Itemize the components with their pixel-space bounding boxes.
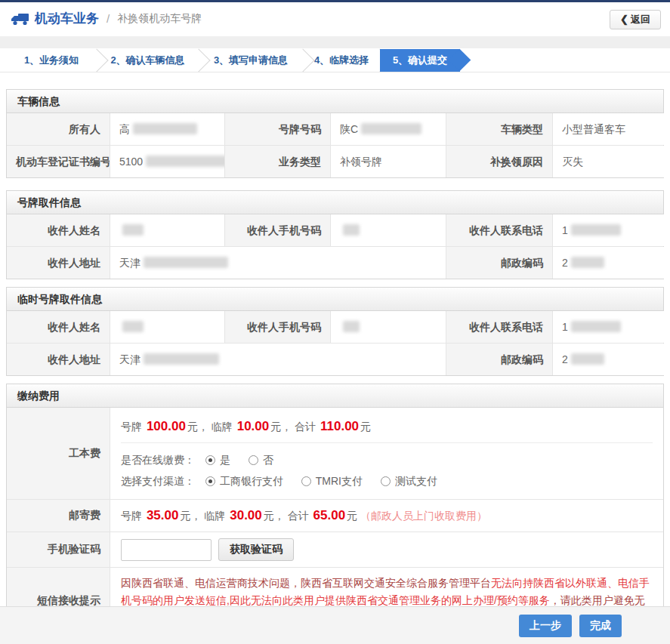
plate-pickup-title: 号牌取件信息 [7, 191, 663, 214]
get-code-button[interactable]: 获取验证码 [218, 538, 294, 561]
recipient-address-label: 收件人地址 [7, 344, 110, 375]
vehicle-type-label: 车辆类型 [446, 113, 552, 145]
recipient-name-value [110, 311, 224, 343]
step-tab-4[interactable]: 4、临牌选择 [303, 49, 380, 72]
business-type-value: 补领号牌 [330, 146, 446, 177]
zip-code-label: 邮政编码 [446, 344, 552, 375]
back-button-label: 返回 [631, 14, 650, 25]
plate-fee-amount: 100.00 [145, 419, 187, 433]
recipient-mobile-label: 收件人手机号码 [224, 214, 330, 246]
step-tab-1[interactable]: 1、业务须知 [6, 49, 97, 72]
table-row: 收件人地址 天津 邮政编码 2 [7, 246, 663, 279]
table-row: 收件人地址 天津 邮政编码 2 [7, 343, 663, 375]
redacted-text [144, 353, 219, 365]
redacted-text [133, 123, 197, 134]
postage-fee-label: 邮寄费 [7, 500, 110, 532]
temp-plate-pickup-section: 临时号牌取件信息 收件人姓名 收件人手机号码 收件人联系电话 1 收件人地址 天… [6, 287, 664, 376]
recipient-mobile-value [330, 214, 446, 246]
radio-channel-test[interactable] [381, 476, 391, 486]
zip-code-value: 2 [552, 344, 664, 375]
recipient-phone-label: 收件人联系电话 [446, 214, 552, 246]
recipient-phone-label: 收件人联系电话 [446, 311, 552, 343]
step-tab-3[interactable]: 3、填写申请信息 [199, 49, 303, 72]
total-fee-amount: 110.00 [319, 419, 360, 433]
postage-fee-amounts: 号牌 35.00元， 临牌 30.00元， 合计 65.00元（邮政人员上门收取… [110, 500, 663, 532]
temp-plate-pickup-title: 临时号牌取件信息 [7, 288, 663, 311]
fees-section: 缴纳费用 工本费 号牌 100.00元， 临牌 10.00元， 合计 110.0… [6, 384, 664, 634]
recipient-address-value: 天津 [110, 344, 446, 375]
radio-channel-tmri-label[interactable]: TMRI支付 [316, 475, 363, 487]
zip-code-value: 2 [552, 247, 664, 279]
redacted-text [144, 257, 228, 268]
recipient-phone-value: 1 [552, 214, 664, 246]
captcha-input[interactable] [121, 539, 211, 561]
business-type-label: 业务类型 [224, 146, 330, 177]
cost-fee-amounts: 号牌 100.00元， 临牌 10.00元， 合计 110.00元 [121, 414, 653, 443]
recipient-address-value: 天津 [110, 247, 446, 279]
postage-total-amount: 65.00 [312, 508, 347, 522]
table-row: 收件人姓名 收件人手机号码 收件人联系电话 1 [7, 214, 663, 246]
radio-channel-tmri[interactable] [301, 476, 311, 486]
truck-icon [11, 12, 29, 26]
radio-channel-icbc[interactable] [205, 476, 215, 486]
table-row: 收件人姓名 收件人手机号码 收件人联系电话 1 [7, 311, 663, 343]
cert-number-value: 5100 [110, 146, 224, 177]
redacted-text [571, 321, 621, 332]
step-tab-5-active[interactable]: 5、确认提交 [380, 49, 460, 72]
recipient-mobile-label: 收件人手机号码 [224, 311, 330, 343]
payment-channel-question: 选择支付渠道： 工商银行支付 TMRI支付 测试支付 [121, 470, 653, 491]
table-row: 所有人 高 号牌号码 陕C 车辆类型 小型普通客车 [7, 113, 663, 145]
page-title: 机动车业务 [35, 10, 99, 27]
page-header: 机动车业务 / 补换领机动车号牌 ❮返回 [0, 2, 670, 36]
previous-step-button[interactable]: 上一步 [519, 615, 572, 637]
back-button[interactable]: ❮返回 [610, 10, 661, 29]
finish-button[interactable]: 完成 [579, 615, 622, 637]
redacted-text [571, 353, 604, 365]
header-divider-band [0, 36, 670, 48]
vehicle-type-value: 小型普通客车 [552, 113, 664, 145]
radio-channel-test-label[interactable]: 测试支付 [395, 475, 437, 487]
postage-fee-row: 邮寄费 号牌 35.00元， 临牌 30.00元， 合计 65.00元（邮政人员… [7, 499, 663, 532]
radio-online-yes[interactable] [205, 455, 215, 465]
recipient-phone-value: 1 [552, 311, 664, 343]
redacted-text [146, 156, 224, 167]
vehicle-info-title: 车辆信息 [7, 90, 663, 113]
cost-fee-label: 工本费 [7, 408, 110, 499]
recipient-name-value [110, 214, 224, 246]
cost-fee-row: 工本费 号牌 100.00元， 临牌 10.00元， 合计 110.00元 是否… [7, 408, 663, 499]
recipient-name-label: 收件人姓名 [7, 311, 110, 343]
captcha-label: 手机验证码 [7, 532, 110, 567]
radio-channel-icbc-label[interactable]: 工商银行支付 [220, 475, 283, 487]
captcha-row: 手机验证码 获取验证码 [7, 532, 663, 567]
table-row: 机动车登记证书编号 5100 业务类型 补领号牌 补换领原因 灭失 [7, 145, 663, 177]
radio-online-no-label[interactable]: 否 [263, 454, 273, 466]
plate-number-value: 陕C [330, 113, 446, 145]
breadcrumb-separator: / [107, 12, 110, 25]
postage-temp-amount: 30.00 [228, 508, 264, 522]
step-tab-2[interactable]: 2、确认车辆信息 [97, 49, 199, 72]
footer-action-bar: 上一步 完成 [0, 606, 670, 644]
redacted-text [361, 123, 421, 134]
recipient-name-label: 收件人姓名 [7, 214, 110, 246]
redacted-text [122, 321, 144, 332]
radio-online-yes-label[interactable]: 是 [220, 454, 230, 466]
recipient-mobile-value [330, 311, 446, 343]
redacted-text [571, 257, 604, 268]
plate-pickup-section: 号牌取件信息 收件人姓名 收件人手机号码 收件人联系电话 1 收件人地址 天津 … [6, 190, 664, 279]
owner-label: 所有人 [7, 113, 110, 145]
reason-value: 灭失 [552, 146, 664, 177]
postage-plate-amount: 35.00 [145, 508, 181, 522]
breadcrumb: 补换领机动车号牌 [117, 12, 202, 26]
step-wizard: 1、业务须知 2、确认车辆信息 3、填写申请信息 4、临牌选择 5、确认提交 [0, 48, 670, 72]
plate-number-label: 号牌号码 [224, 113, 330, 145]
redacted-text [571, 224, 621, 236]
owner-value: 高 [110, 113, 224, 145]
temp-fee-amount: 10.00 [236, 419, 271, 433]
redacted-text [343, 321, 360, 332]
chevron-left-icon: ❮ [620, 14, 628, 25]
redacted-text [343, 224, 360, 236]
zip-code-label: 邮政编码 [446, 247, 552, 279]
cert-number-label: 机动车登记证书编号 [7, 146, 110, 177]
radio-online-no[interactable] [249, 455, 258, 465]
reason-label: 补换领原因 [446, 146, 552, 177]
